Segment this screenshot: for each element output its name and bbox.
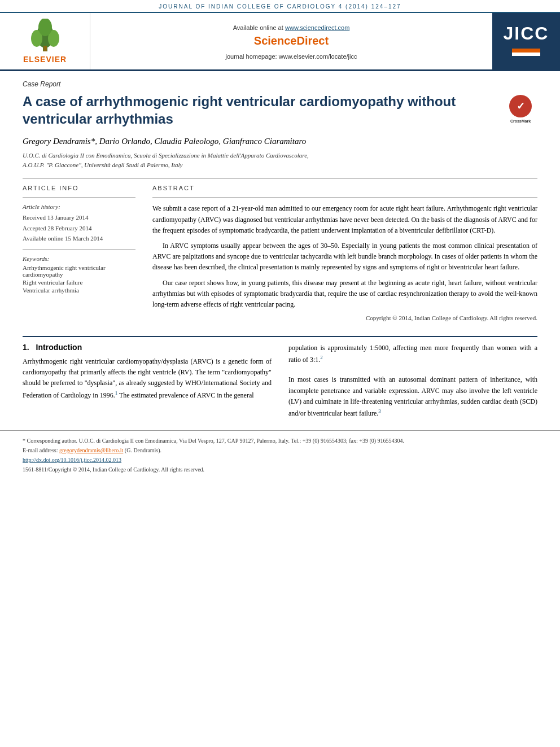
abstract-text: We submit a case report of a 21-year-old… (152, 203, 537, 310)
footnote-email: E-mail address: gregorydendramis@libero.… (23, 446, 537, 455)
article-info-heading: ARTICLE INFO (23, 185, 135, 191)
footnote-corresponding: * Corresponding author. U.O.C. di Cardio… (23, 436, 537, 445)
crossmark-badge: ✓ CrossMark (504, 93, 537, 126)
jicc-flag-icon (512, 49, 540, 60)
center-header: Available online at www.sciencedirect.co… (90, 13, 492, 69)
article-history-label: Article history: (23, 203, 135, 210)
right-col-para-2: In most cases is transmitted with an aut… (288, 374, 537, 419)
jicc-logo-box: JICC (492, 13, 560, 69)
svg-rect-5 (43, 46, 47, 51)
elsevier-label: ELSEVIER (23, 55, 67, 64)
death-word: death (503, 397, 518, 405)
received-date: Received 13 January 2014 (23, 213, 135, 222)
divider-left-2 (23, 249, 135, 250)
abstract-para-2: In ARVC symptoms usually appear between … (152, 241, 537, 273)
authors: Gregory Dendramis*, Dario Orlando, Claud… (23, 137, 537, 146)
ref-3: 3 (378, 408, 381, 414)
body-left-col: 1. Introduction Arrhythmogenic right ven… (23, 343, 272, 419)
footnote-doi: http://dx.doi.org/10.1016/j.jicc.2014.02… (23, 456, 537, 464)
sciencedirect-logo: ScienceDirect (254, 34, 329, 47)
logos-row: ELSEVIER Available online at www.science… (0, 13, 560, 71)
intro-paragraph: Arrhythmogenic right ventricular cardiom… (23, 356, 272, 401)
email-link[interactable]: gregorydendramis@libero.it (59, 447, 123, 453)
abstract-col: ABSTRACT We submit a case report of a 21… (152, 185, 537, 321)
jicc-text: JICC (504, 23, 549, 44)
divider-abstract (152, 197, 537, 198)
available-online-text: Available online at www.sciencedirect.co… (233, 23, 350, 32)
footnote-issn: 1561-8811/Copyright © 2014, Indian Colle… (23, 465, 537, 474)
abstract-heading: ABSTRACT (152, 185, 537, 191)
journal-homepage: journal homepage: www.elsevier.com/locat… (226, 53, 357, 60)
article-type-label: Case Report (23, 80, 537, 88)
keyword-3: Ventricular arrhythmia (23, 287, 135, 294)
affiliation: U.O.C. di Cardiologia II con Emodinamica… (23, 151, 537, 169)
section-number: 1. (23, 343, 29, 352)
right-col-para-1: population is approximately 1:5000, affe… (288, 343, 537, 365)
accepted-date: Accepted 28 February 2014 (23, 224, 135, 233)
keyword-2: Right ventricular failure (23, 279, 135, 286)
intro-title: Introduction (36, 343, 82, 352)
elsevier-tree-icon (23, 19, 68, 53)
body-right-col: population is approximately 1:5000, affe… (288, 343, 537, 419)
divider-left (23, 197, 135, 198)
keyword-1: Arrhythmogenic right ventricular cardiom… (23, 264, 135, 278)
available-online-date: Available online 15 March 2014 (23, 234, 135, 243)
ref-1: 1 (115, 390, 118, 396)
top-header: JOURNAL OF INDIAN COLLEGE OF CARDIOLOGY … (0, 0, 560, 13)
article-info-col: ARTICLE INFO Article history: Received 1… (23, 185, 135, 321)
article-title: A case of arrhythmogenic right ventricul… (23, 93, 537, 128)
body-two-col: 1. Introduction Arrhythmogenic right ven… (0, 343, 560, 419)
main-content: Case Report A case of arrhythmogenic rig… (0, 71, 560, 330)
abstract-para-3: Our case report shows how, in young pati… (152, 278, 537, 311)
bottom-divider (23, 336, 537, 337)
crossmark-label: CrossMark (510, 119, 531, 124)
copyright-line: Copyright © 2014, Indian College of Card… (152, 314, 537, 321)
journal-title-top: JOURNAL OF INDIAN COLLEGE OF CARDIOLOGY … (0, 3, 560, 12)
divider-1 (23, 178, 537, 179)
abstract-para-1: We submit a case report of a 21-year-old… (152, 203, 537, 236)
sciencedirect-url[interactable]: www.sciencedirect.com (285, 24, 349, 31)
intro-section-title: 1. Introduction (23, 343, 272, 352)
crossmark-icon: ✓ (509, 95, 532, 117)
article-info-abstract-row: ARTICLE INFO Article history: Received 1… (23, 185, 537, 321)
footnotes-area: * Corresponding author. U.O.C. di Cardio… (0, 430, 560, 480)
ref-2: 2 (320, 355, 323, 360)
elsevier-logo-box: ELSEVIER (0, 13, 90, 69)
doi-link[interactable]: http://dx.doi.org/10.1016/j.jicc.2014.02… (23, 457, 121, 463)
keywords-label: Keywords: (23, 255, 135, 262)
svg-point-4 (38, 19, 52, 36)
